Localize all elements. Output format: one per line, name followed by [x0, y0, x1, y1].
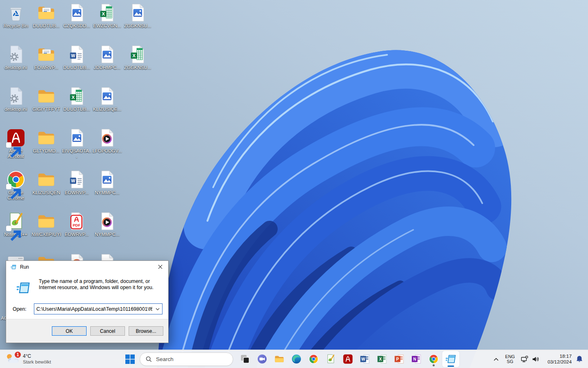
excel-file-icon: [97, 3, 117, 22]
desktop-icon-image[interactable]: ZGGKNSU...: [122, 3, 153, 29]
desktop-icon-folder-docs[interactable]: DUUDTUB...: [31, 3, 62, 29]
folder-docs-icon: [36, 3, 56, 22]
desktop-icon-word-file[interactable]: EOWRVP...: [61, 170, 92, 195]
desktop-icon-folder[interactable]: GLTYDMD...: [31, 128, 62, 154]
desktop-icon-label: GIGIYTFFYT: [32, 107, 60, 112]
search-box[interactable]: Search: [140, 352, 233, 366]
media-icon: [97, 211, 117, 231]
edge-icon: [291, 354, 302, 364]
taskbar-icon-notepad-plus-plus[interactable]: [322, 351, 339, 367]
desktop-icon-label: JDDHMPC...: [94, 65, 120, 70]
desktop-icon-label: LFOPODGV...: [92, 148, 122, 154]
desktop-icon-label: EWZCVGN...: [93, 23, 121, 29]
desktop-icon-image[interactable]: CZQKSDD...: [61, 3, 92, 29]
desktop-icon-folder-docs[interactable]: EOWRVP...: [31, 45, 62, 70]
file-explorer-icon: [274, 354, 285, 364]
tray-overflow-button[interactable]: [491, 351, 501, 367]
desktop-icon-label: NWCXBPIUYI: [31, 232, 61, 237]
notification-bell-button[interactable]: [572, 351, 586, 367]
open-label: Open:: [13, 306, 34, 312]
word-file-icon: [67, 170, 87, 189]
chrome-icon: [6, 170, 26, 189]
image-icon: [97, 170, 117, 189]
chat-icon: [257, 354, 267, 364]
shortcut-arrow-badge: [6, 184, 11, 189]
start-button[interactable]: [122, 351, 138, 367]
desktop-icon-excel-file[interactable]: EWZCVGN...: [92, 3, 122, 29]
taskbar-icon-run[interactable]: [442, 351, 459, 367]
desktop-icon-word-file[interactable]: DUUDTUB...: [61, 45, 92, 70]
desktop-icon-label: ZGGKNSU...: [124, 23, 151, 29]
excel-file-icon: [128, 45, 147, 64]
taskbar-icon-powerpoint[interactable]: [391, 351, 408, 367]
desktop-icon-excel-file[interactable]: ZGGKNSU...: [122, 45, 153, 70]
word-icon: [360, 354, 370, 364]
weather-temp: 4°C: [23, 353, 51, 359]
desktop-icon-folder[interactable]: GIGIYTFFYT: [31, 86, 62, 112]
taskbar-icon-onenote[interactable]: [408, 351, 425, 367]
desktop-icon-label: desktop.ini: [4, 107, 27, 112]
taskbar-icon-file-explorer[interactable]: [271, 351, 288, 367]
desktop-icon-label: EIVQSAOTA...: [61, 148, 92, 159]
desktop-icon-ini[interactable]: desktop.ini: [0, 86, 31, 112]
ok-button[interactable]: OK: [52, 326, 87, 336]
notification-badge: 1: [15, 352, 21, 358]
shortcut-arrow-badge: [6, 142, 11, 148]
shortcut-arrow-badge: [6, 226, 11, 231]
powerpoint-icon: [394, 354, 405, 364]
desktop-icon-folder[interactable]: KLIZUSIQEN: [31, 170, 62, 195]
chevron-down-icon: [156, 308, 160, 310]
taskbar-icon-chrome[interactable]: [425, 351, 442, 367]
desktop-icon-media[interactable]: LFOPODGV...: [92, 128, 122, 154]
desktop-icon-folder[interactable]: NWCXBPIUYI: [31, 211, 62, 237]
desktop-icon-label: KLIZUSIQE...: [93, 107, 121, 112]
close-button[interactable]: [152, 261, 168, 273]
cancel-button[interactable]: Cancel: [90, 326, 125, 336]
image-icon: [67, 3, 87, 22]
desktop-icon-chrome[interactable]: Google Chrome: [0, 170, 31, 201]
desktop-icon-image[interactable]: NYMMPC...: [92, 170, 122, 195]
desktop-icon-ini[interactable]: desktop.ini: [0, 45, 31, 70]
network-volume-group[interactable]: [519, 351, 541, 367]
desktop-icon-label: Recycle Bin: [3, 23, 28, 29]
active-indicator: [448, 366, 454, 367]
run-icon-large: [15, 281, 31, 295]
notepad-plus-plus-icon: [325, 354, 336, 364]
task-view-icon: [240, 354, 250, 364]
desktop-icon-recycle[interactable]: Recycle Bin: [0, 3, 31, 29]
notepad-plus-plus-icon: [6, 211, 26, 231]
desktop-icon-media[interactable]: NYMMPC...: [92, 211, 122, 237]
weather-widget[interactable]: 1 4°C Stark bewölkt: [2, 350, 54, 368]
volume-icon: [532, 356, 539, 363]
excel-file-icon: [67, 86, 87, 106]
weather-condition: Stark bewölkt: [23, 359, 51, 365]
taskbar-center: Search: [122, 350, 459, 368]
open-input[interactable]: [34, 304, 153, 314]
desktop-icon-acrobat[interactable]: Adobe Acrobat: [0, 128, 31, 159]
taskbar-icon-task-view[interactable]: [236, 351, 254, 367]
taskbar-icon-acrobat[interactable]: [339, 351, 356, 367]
browse-button[interactable]: Browse...: [129, 326, 163, 336]
taskbar-icon-chrome[interactable]: [305, 351, 322, 367]
folder-icon: [36, 211, 56, 231]
desktop-icon-label: EOWRVP...: [65, 232, 89, 237]
chrome-icon: [308, 354, 319, 364]
desktop-icon-pdf[interactable]: EOWRVP...: [61, 211, 92, 237]
desktop-icon-image[interactable]: EIVQSAOTA...: [61, 128, 92, 159]
taskbar-icon-word[interactable]: [356, 351, 374, 367]
tray-time: 18:17: [559, 353, 572, 359]
desktop-icon-notepad-plus-plus[interactable]: Notepad++: [0, 211, 31, 237]
taskbar-icon-edge[interactable]: [288, 351, 305, 367]
desktop-icon-excel-file[interactable]: DUUDTUB...: [61, 86, 92, 112]
taskbar-icon-excel[interactable]: [374, 351, 391, 367]
taskbar-icon-chat[interactable]: [254, 351, 271, 367]
desktop-icon-image[interactable]: JDDHMPC...: [92, 45, 122, 70]
bell-icon: [576, 355, 583, 363]
combo-dropdown-button[interactable]: [153, 304, 162, 314]
close-icon: [158, 265, 163, 269]
clock[interactable]: 18:17 03/12/2024: [541, 351, 572, 367]
language-indicator[interactable]: ENG SG: [501, 351, 519, 367]
folder-icon: [36, 86, 56, 106]
desktop-icon-label: DUUDTUB...: [63, 65, 90, 70]
desktop-icon-image[interactable]: KLIZUSIQE...: [92, 86, 122, 112]
